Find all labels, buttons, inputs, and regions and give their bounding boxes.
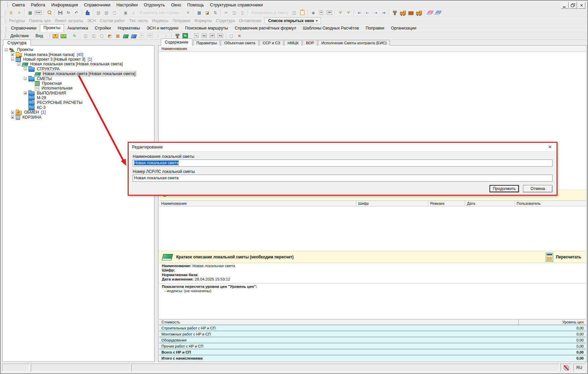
versions-column-header[interactable]: Дата <box>465 201 515 206</box>
menu-item[interactable]: Работа <box>28 2 48 8</box>
panel-toggle[interactable]: Поправки <box>171 18 192 23</box>
detail-tab[interactable]: ВОР <box>303 40 317 46</box>
panel-toggle[interactable]: Состав работ <box>98 18 127 23</box>
toolbar-grip[interactable] <box>4 33 5 39</box>
estimate-number-input[interactable]: Новая локальная смета <box>133 175 552 182</box>
toolbar-grip[interactable] <box>6 2 7 7</box>
toolbar-grip[interactable] <box>4 26 6 32</box>
refresh-tree-icon[interactable]: ↻ <box>71 32 78 40</box>
paste-node-icon[interactable]: ◫ <box>90 32 97 40</box>
price-level-pink-icon[interactable] <box>426 9 434 16</box>
materials-icon[interactable] <box>407 9 414 16</box>
workspace-tab[interactable]: ЭСН и методики <box>143 25 182 32</box>
tree-item[interactable]: РЕСУРСНЫЕ РАСЧЕТЫ <box>3 100 154 105</box>
open-windows-dropdown[interactable]: Список открытых окон ▾ <box>265 17 321 24</box>
excel-export-icon[interactable]: ▦ <box>26 9 34 16</box>
menu-item[interactable]: Смета <box>9 2 28 8</box>
tree-item[interactable]: - СТРУКТУРА <box>3 67 154 71</box>
menu-item[interactable]: Окно <box>168 2 184 8</box>
unlock-icon[interactable] <box>84 9 91 16</box>
remove-folder-icon[interactable] <box>60 32 67 40</box>
detail-tab[interactable]: Объектная смета <box>221 40 259 46</box>
expand-toggle-icon[interactable]: - <box>17 63 20 66</box>
toolbar-grip[interactable] <box>4 18 5 23</box>
add-folder-icon[interactable] <box>52 32 59 40</box>
book-pr-icon[interactable]: ПР <box>326 9 333 16</box>
book-r-icon[interactable]: Р <box>318 9 325 16</box>
menu-item[interactable]: Структурные справочники <box>207 2 266 8</box>
indent-end-icon[interactable]: ⇥ <box>380 9 387 16</box>
search-icon[interactable] <box>46 9 53 16</box>
copy-building-icon[interactable]: ⌂ <box>130 9 137 16</box>
versions-column-header[interactable]: Наименование <box>159 201 356 206</box>
tree-item[interactable]: Исполнительная <box>3 86 154 90</box>
tree-item[interactable]: + КОРЗИНА <box>3 115 154 119</box>
machines-icon[interactable] <box>391 9 398 16</box>
expand-toggle-icon[interactable]: + <box>11 111 14 114</box>
price-level-blue-icon[interactable] <box>434 9 442 16</box>
row-pr-icon[interactable]: ПР <box>146 32 154 40</box>
panel-toggle[interactable]: Ресурсы <box>7 18 27 23</box>
menu-item[interactable]: Справочники <box>81 2 114 8</box>
cancel-button[interactable]: Отмена <box>523 185 552 192</box>
minimize-icon[interactable] <box>561 2 569 9</box>
workspace-tab[interactable]: Справочник расчётных формул <box>232 25 300 32</box>
menu-item[interactable]: Помощь <box>184 2 207 8</box>
insert-row-icon[interactable]: ▤ <box>95 9 102 16</box>
expand-toggle-icon[interactable]: - <box>24 77 27 80</box>
action-menu[interactable]: Действие <box>7 33 32 39</box>
indent-start-icon[interactable]: ⇤ <box>356 9 363 16</box>
panel-toggle[interactable]: Индексы <box>150 18 171 23</box>
workspace-tab[interactable]: Стройки <box>91 25 114 32</box>
copy-node-icon[interactable]: ◫ <box>82 32 89 40</box>
panel-toggle[interactable]: Формулы <box>192 18 214 23</box>
sort-icon[interactable]: ⇅ <box>211 9 219 16</box>
tree-item[interactable]: + ВЫПОЛНЕНИЯ <box>3 91 154 96</box>
panel-toggle[interactable]: ЭСН <box>85 18 98 23</box>
open-estimate-icon[interactable] <box>122 32 130 40</box>
tree-item[interactable]: КС-3 <box>3 105 154 110</box>
toolbar-grip[interactable] <box>48 33 50 39</box>
content-list-header[interactable]: Наименование <box>159 46 586 52</box>
tab-structure[interactable]: Структура <box>3 40 31 46</box>
menu-item[interactable]: Отдохнуть <box>141 2 168 8</box>
tree-item[interactable]: - Новый проект 3 [Новый проект 3] [1] <box>3 57 154 62</box>
calculator-icon[interactable]: ▦ <box>195 9 203 16</box>
panel-toggle[interactable]: Лимит. затраты <box>53 18 85 23</box>
tree-item[interactable]: - Проекты <box>3 47 154 52</box>
map-edit-icon[interactable]: ◩ <box>106 32 114 40</box>
detail-tab[interactable]: Параметры <box>193 40 220 46</box>
resource-book-icon[interactable]: ◆ <box>310 9 317 16</box>
expand-toggle-icon[interactable]: + <box>24 91 27 95</box>
panel-toggle[interactable]: Структура <box>214 18 237 23</box>
close-icon[interactable]: ✕ <box>578 2 585 9</box>
panel-toggle[interactable]: Оглавление <box>237 18 263 23</box>
pdf-export-icon[interactable]: PDF <box>35 9 42 16</box>
comment-icon[interactable]: ▢ <box>111 9 118 16</box>
tree-item[interactable]: - СМЕТЫ <box>3 76 154 81</box>
detail-tab[interactable]: ССР и СЗ <box>259 40 283 46</box>
undo-icon[interactable]: ↶ <box>73 9 80 16</box>
action-menu[interactable]: Вид <box>32 33 47 39</box>
workspace-tab[interactable]: Поисковые маршруты <box>182 25 232 32</box>
dialog-titlebar[interactable]: Редактирование ✕ <box>129 143 557 151</box>
import-estimate-icon[interactable] <box>130 32 138 40</box>
indent-left-icon[interactable]: ⇠ <box>364 9 371 16</box>
cut-icon[interactable]: ✂ <box>222 9 230 16</box>
refresh-icon[interactable]: ↻ <box>65 9 72 16</box>
continue-button[interactable]: Продолжить <box>489 185 519 192</box>
copy-doc-icon[interactable]: ◫ <box>290 9 298 16</box>
expand-toggle-icon[interactable]: - <box>24 67 27 70</box>
doc-node-icon[interactable]: ▢ <box>98 32 106 40</box>
expand-toggle-icon[interactable]: + <box>11 116 14 119</box>
tree-item[interactable]: Проектная <box>3 81 154 86</box>
panel-toggle[interactable]: Панель цен <box>27 18 53 23</box>
change-row-type[interactable]: Изменить тип строки... <box>138 9 184 16</box>
versions-column-header[interactable]: Пользователь <box>515 201 586 206</box>
row-p-icon[interactable]: Р <box>138 32 146 40</box>
workspace-tab[interactable]: Аналитика <box>64 25 91 32</box>
edit-note-icon[interactable]: ◪ <box>203 9 211 16</box>
expand-toggle-icon[interactable]: + <box>11 53 14 56</box>
restore-icon[interactable] <box>569 2 577 9</box>
paste-doc-icon[interactable] <box>299 9 306 16</box>
